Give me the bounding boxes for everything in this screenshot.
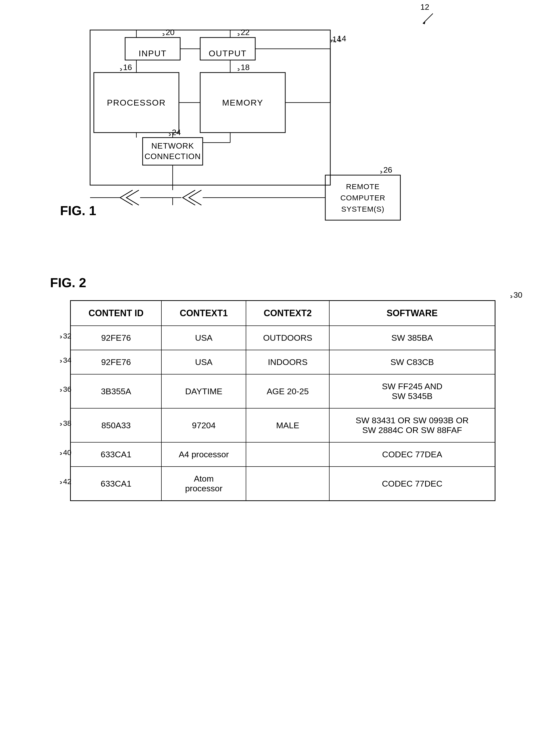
table-row: 850A3397204MALESW 83431 OR SW 0993B ORSW… — [71, 408, 495, 442]
cell-context1: A4 processor — [161, 442, 246, 466]
svg-text:26: 26 — [383, 165, 393, 174]
cell-software: SW FF245 ANDSW 5345B — [329, 374, 495, 408]
fig1-diagram: 12 14 14 20 22 16 18 — [50, 15, 475, 240]
row-ref-38: 38 — [52, 421, 72, 431]
row-ref-32: 32 — [52, 334, 72, 344]
cell-context2 — [246, 442, 329, 466]
svg-text:FIG. 1: FIG. 1 — [60, 203, 96, 218]
col-header-context2: CONTEXT2 — [246, 301, 329, 326]
ref30-area: 30 — [503, 288, 528, 301]
row-ref-42: 42 — [52, 480, 72, 489]
output-box-label: OUTPUT — [200, 42, 255, 65]
cell-context1: Atomprocessor — [161, 466, 246, 501]
table-row: 92FE76USAINDOORSSW C83CB — [71, 350, 495, 374]
cell-content-id: 92FE76 — [71, 326, 162, 350]
processor-box-label: PROCESSOR — [94, 72, 179, 133]
table-row: 633CA1A4 processorCODEC 77DEA — [71, 442, 495, 466]
svg-text:22: 22 — [241, 28, 250, 37]
fig2-table: CONTENT ID CONTEXT1 CONTEXT2 SOFTWARE 92… — [70, 300, 495, 501]
cell-software: SW 385BA — [329, 326, 495, 350]
ref12-label: 12 — [420, 2, 429, 12]
cell-content-id: 633CA1 — [71, 466, 162, 501]
row-ref-34: 34 — [52, 358, 72, 368]
fig2-table-wrapper: 30 CONTENT ID CONTEXT1 CONTEXT2 SOFTWARE… — [70, 300, 526, 501]
cell-context1: DAYTIME — [161, 374, 246, 408]
fig2-label: FIG. 2 — [50, 275, 526, 290]
cell-software: SW 83431 OR SW 0993B ORSW 2884C OR SW 88… — [329, 408, 495, 442]
col-header-context1: CONTEXT1 — [161, 301, 246, 326]
table-row: 92FE76USAOUTDOORSSW 385BA — [71, 326, 495, 350]
cell-context1: USA — [161, 350, 246, 374]
svg-text:42: 42 — [63, 477, 71, 486]
svg-text:34: 34 — [63, 356, 71, 364]
cell-context2: OUTDOORS — [246, 326, 329, 350]
cell-content-id: 850A33 — [71, 408, 162, 442]
row-ref-40: 40 — [52, 451, 72, 460]
svg-text:20: 20 — [166, 28, 175, 37]
svg-text:32: 32 — [63, 332, 71, 340]
cell-software: CODEC 77DEC — [329, 466, 495, 501]
network-box-label: NETWORKCONNECTION — [143, 138, 203, 165]
row-ref-36: 36 — [52, 387, 72, 397]
remote-computer-box-label: REMOTECOMPUTERSYSTEM(S) — [325, 175, 400, 220]
svg-text:14: 14 — [332, 35, 341, 44]
col-header-software: SOFTWARE — [329, 301, 495, 326]
cell-context1: USA — [161, 326, 246, 350]
input-box-label: INPUT — [125, 42, 180, 65]
cell-context2: INDOORS — [246, 350, 329, 374]
cell-context1: 97204 — [161, 408, 246, 442]
svg-text:40: 40 — [63, 448, 71, 457]
memory-box-label: MEMORY — [200, 72, 285, 133]
cell-context2: AGE 20-25 — [246, 374, 329, 408]
cell-context2: MALE — [246, 408, 329, 442]
cell-content-id: 633CA1 — [71, 442, 162, 466]
cell-software: SW C83CB — [329, 350, 495, 374]
table-row: 633CA1AtomprocessorCODEC 77DEC — [71, 466, 495, 501]
svg-text:36: 36 — [63, 385, 71, 393]
svg-text:38: 38 — [63, 419, 71, 427]
col-header-content-id: CONTENT ID — [71, 301, 162, 326]
cell-content-id: 3B355A — [71, 374, 162, 408]
cell-content-id: 92FE76 — [71, 350, 162, 374]
fig2-area: FIG. 2 30 CONTENT ID CONTEXT1 CONTEXT2 S… — [50, 275, 526, 501]
table-row: 3B355ADAYTIMEAGE 20-25SW FF245 ANDSW 534… — [71, 374, 495, 408]
svg-text:30: 30 — [513, 291, 522, 299]
cell-context2 — [246, 466, 329, 501]
cell-software: CODEC 77DEA — [329, 442, 495, 466]
table-header-row: CONTENT ID CONTEXT1 CONTEXT2 SOFTWARE — [71, 301, 495, 326]
